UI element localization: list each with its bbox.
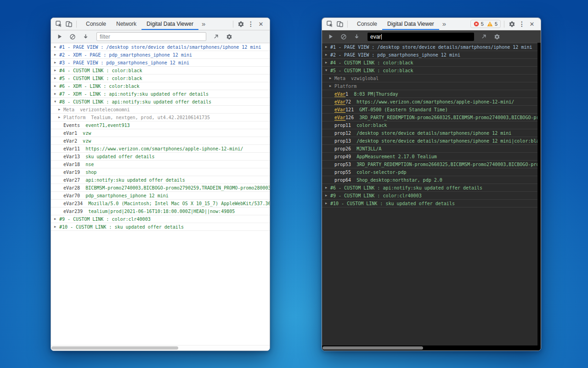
resume-icon[interactable] xyxy=(328,34,334,40)
clear-icon[interactable] xyxy=(340,34,347,40)
event-row[interactable]: ▶#9 - CUSTOM LINK : color:clr40003 xyxy=(322,192,541,200)
horizontal-scrollbar[interactable] xyxy=(322,345,541,351)
expand-arrow-icon[interactable]: ▶ xyxy=(325,194,330,197)
expand-arrow-icon[interactable]: ▶ xyxy=(329,84,334,88)
event-row[interactable]: ▶#10 - CUSTOM LINK : sku updated offer d… xyxy=(51,223,270,231)
expand-arrow-icon[interactable]: ▶ xyxy=(54,217,59,221)
expand-arrow-icon[interactable]: ▶ xyxy=(54,45,59,49)
close-icon[interactable]: ✕ xyxy=(527,19,537,29)
detail-row[interactable]: eVar13sku updated offer details xyxy=(51,153,270,161)
tab-console[interactable]: Console xyxy=(81,18,111,30)
detail-row[interactable]: eVar19shop xyxy=(51,168,270,176)
detail-row[interactable]: eVar2vzw xyxy=(51,137,270,145)
toolbar-settings-gear-icon[interactable] xyxy=(226,34,232,40)
tab-console[interactable]: Console xyxy=(352,18,382,30)
event-row[interactable]: ▶#4 - CUSTOM LINK : color:black xyxy=(51,67,270,75)
close-icon[interactable]: ✕ xyxy=(256,19,266,29)
open-external-icon[interactable] xyxy=(481,34,487,40)
event-row[interactable]: ▼#8 - CUSTOM LINK : api:notify:sku updat… xyxy=(51,98,270,106)
event-row[interactable]: ▶#9 - CUSTOM LINK : color:clr40003 xyxy=(51,215,270,223)
open-external-icon[interactable] xyxy=(213,34,219,40)
detail-row[interactable]: prop12/desktop store/device details/smar… xyxy=(322,129,541,137)
event-row[interactable]: ▶#1 - PAGE VIEW : /desktop store/device … xyxy=(51,43,270,51)
detail-row[interactable]: prop55color-selector-pdp xyxy=(322,168,541,176)
expand-arrow-icon[interactable]: ▶ xyxy=(329,76,334,80)
expand-arrow-icon[interactable]: ▶ xyxy=(325,61,330,64)
detail-row[interactable]: ▶Platform xyxy=(322,82,541,90)
detail-row[interactable]: ▶Metaverizontelecomomni xyxy=(51,106,270,114)
resume-icon[interactable] xyxy=(57,34,62,40)
issues-badge[interactable]: 5 5 xyxy=(470,20,501,28)
clear-icon[interactable] xyxy=(69,34,76,40)
expand-arrow-icon[interactable]: ▶ xyxy=(54,69,59,72)
detail-row[interactable]: eVar18:03 PM|Thursday xyxy=(322,90,541,98)
detail-row[interactable]: eVar234Mozilla/5.0 (Macintosh; Intel Mac… xyxy=(51,200,270,207)
expand-arrow-icon[interactable]: ▶ xyxy=(58,115,63,119)
scrollbar-thumb[interactable] xyxy=(322,346,423,350)
detail-row[interactable]: prop64Shop_desktop:northstar, pdp 2.0 xyxy=(322,176,541,184)
collapse-arrow-icon[interactable]: ▼ xyxy=(54,100,59,104)
detail-row[interactable]: prop533RD_PARTY_REDEMPTION-promo2660325,… xyxy=(322,161,541,168)
detail-row[interactable]: prop49AppMeasurement 2.17.0 Tealium xyxy=(322,153,541,161)
tab-network[interactable]: Network xyxy=(111,18,141,30)
event-row[interactable]: ▶#6 - CUSTOM LINK : api:notify:sku updat… xyxy=(322,184,541,192)
search-input[interactable]: evar xyxy=(368,33,474,41)
more-tabs-icon[interactable]: » xyxy=(439,18,449,30)
settings-gear-icon[interactable] xyxy=(507,19,517,29)
inspect-element-icon[interactable] xyxy=(325,19,335,29)
device-toolbar-icon[interactable] xyxy=(64,19,74,29)
tab-digital-data-viewer[interactable]: Digital Data Viewer xyxy=(141,18,198,30)
download-icon[interactable] xyxy=(354,34,360,40)
toolbar-settings-gear-icon[interactable] xyxy=(494,34,500,40)
download-icon[interactable] xyxy=(83,34,89,40)
expand-arrow-icon[interactable]: ▶ xyxy=(54,61,59,64)
detail-row[interactable]: Eventsevent71,event913 xyxy=(51,121,270,129)
detail-row[interactable]: prop26MJNT3LL/A xyxy=(322,145,541,153)
kebab-menu-icon[interactable]: ⋮ xyxy=(246,19,256,29)
detail-row[interactable]: ▶Metavzwiglobal xyxy=(322,75,541,82)
event-row[interactable]: ▶#2 - PAGE VIEW : pdp_smartphones_iphone… xyxy=(322,51,541,59)
detail-row[interactable]: eVar72https://www.verizon.com/smartphone… xyxy=(322,98,541,106)
detail-row[interactable]: eVar27api:notify:sku updated offer detai… xyxy=(51,176,270,184)
detail-row[interactable]: prop13/desktop store/device details/smar… xyxy=(322,137,541,145)
expand-arrow-icon[interactable]: ▶ xyxy=(54,225,59,229)
expand-arrow-icon[interactable]: ▶ xyxy=(54,84,59,88)
detail-row[interactable]: eVar239tealium|prod|2021-06-16T10:18:00.… xyxy=(51,207,270,215)
event-row[interactable]: ▶#10 - CUSTOM LINK : sku updated offer d… xyxy=(322,200,541,207)
event-row[interactable]: ▶#6 - XDM - LINK : color:black xyxy=(51,82,270,90)
event-row[interactable]: ▶#4 - CUSTOM LINK : color:black xyxy=(322,59,541,67)
expand-arrow-icon[interactable]: ▶ xyxy=(58,108,63,111)
expand-arrow-icon[interactable]: ▶ xyxy=(54,76,59,80)
more-tabs-icon[interactable]: » xyxy=(198,18,209,30)
event-row[interactable]: ▶#1 - PAGE VIEW : /desktop store/device … xyxy=(322,43,541,51)
inspect-element-icon[interactable] xyxy=(54,19,64,29)
detail-row[interactable]: ▶PlatformTealium, nextgen, prod, ut4.42.… xyxy=(51,114,270,121)
detail-row[interactable]: eVar11https://www.verizon.com/smartphone… xyxy=(51,145,270,153)
scrollbar-thumb[interactable] xyxy=(51,346,178,350)
expand-arrow-icon[interactable]: ▶ xyxy=(325,201,330,205)
expand-arrow-icon[interactable]: ▶ xyxy=(54,53,59,57)
detail-row[interactable]: eVar70pdp_smartphones_iphone 12 mini xyxy=(51,192,270,200)
detail-row[interactable]: eVar1263RD_PARTY_REDEMPTION-promo2660325… xyxy=(322,114,541,121)
tab-digital-data-viewer[interactable]: Digital Data Viewer xyxy=(382,18,439,30)
filter-input[interactable] xyxy=(96,32,206,41)
event-row[interactable]: ▶#3 - PAGE VIEW : pdp_smartphones_iphone… xyxy=(51,59,270,67)
collapse-arrow-icon[interactable]: ▼ xyxy=(325,69,330,72)
vertical-scrollbar-track[interactable] xyxy=(537,43,541,345)
detail-row[interactable]: eVar1vzw xyxy=(51,129,270,137)
detail-row[interactable]: eVar18nse xyxy=(51,161,270,168)
expand-arrow-icon[interactable]: ▶ xyxy=(325,186,330,190)
kebab-menu-icon[interactable]: ⋮ xyxy=(517,19,527,29)
horizontal-scrollbar[interactable] xyxy=(51,345,270,351)
event-row[interactable]: ▶#2 - XDM - PAGE : pdp_smartphones_iphon… xyxy=(51,51,270,59)
expand-arrow-icon[interactable]: ▶ xyxy=(325,53,330,57)
device-toolbar-icon[interactable] xyxy=(335,19,345,29)
detail-row[interactable]: prop11color:black xyxy=(322,121,541,129)
event-row[interactable]: ▶#7 - XDM - LINK : api:notify:sku update… xyxy=(51,90,270,98)
detail-row[interactable]: eVar121GMT-0500 (Eastern Standard Time) xyxy=(322,106,541,114)
event-row[interactable]: ▶#5 - CUSTOM LINK : color:black xyxy=(51,75,270,82)
expand-arrow-icon[interactable]: ▶ xyxy=(54,92,59,96)
expand-arrow-icon[interactable]: ▶ xyxy=(325,45,330,49)
event-row[interactable]: ▼#5 - CUSTOM LINK : color:black xyxy=(322,67,541,75)
detail-row[interactable]: eVar28BICBMSM-promo2740003,BICBOGO-promo… xyxy=(51,184,270,192)
